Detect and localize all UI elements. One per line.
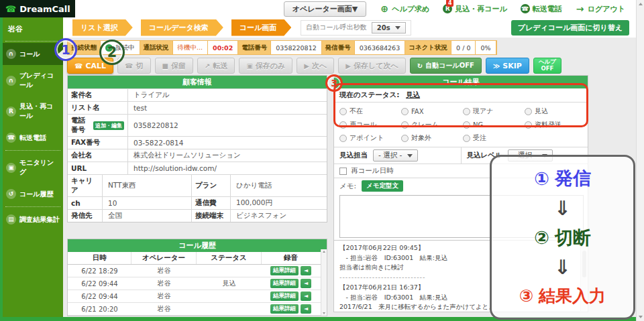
skip-button[interactable]: ≫ SKIP: [486, 58, 529, 74]
help-request-link[interactable]: ⊕ ヘルプ求め: [380, 4, 429, 14]
breadcrumb-list-select[interactable]: リスト選択: [72, 19, 133, 36]
log-line: - 担当:岩谷 ID:63001 結果:見込: [339, 253, 577, 263]
call-button[interactable]: ☎ CALL: [67, 58, 113, 74]
status-radio[interactable]: 資料発送: [525, 120, 582, 129]
connect-status-label: コネクト状況: [405, 41, 451, 54]
prospect-level-select[interactable]: - 選択 -: [508, 149, 553, 162]
sidebar-item-prospect-recall[interactable]: R 見込・再コール: [3, 96, 63, 127]
save-only-button[interactable]: ▣ 保存のみ: [239, 58, 292, 74]
customer-row: リスト名 test: [68, 101, 327, 114]
page-scrollbar[interactable]: [636, 0, 644, 321]
monitor-icon: ▣: [6, 163, 16, 173]
recall-datetime-checkbox[interactable]: [339, 168, 347, 175]
row-value: 03-5822-0814: [128, 137, 327, 149]
status-radio[interactable]: アポイント: [339, 133, 401, 143]
row-label: 接続端末: [192, 210, 231, 222]
scroll-up-icon[interactable]: [639, 3, 643, 5]
switch-to-predictive-button[interactable]: プレディコール画面に切り替え: [511, 20, 629, 36]
call-history-title: コール履歴: [68, 239, 327, 252]
result-detail-button[interactable]: 結果詳細: [270, 266, 299, 275]
hold-button[interactable]: ■ 保留: [155, 58, 193, 74]
history-scrollbar[interactable]: [321, 249, 327, 316]
next-button-label: 次へ: [312, 61, 327, 71]
speaker-icon[interactable]: ◄: [301, 266, 311, 275]
sidebar-item-call[interactable]: ∩ コール: [3, 43, 63, 65]
memo-template-button[interactable]: メモ定型文: [362, 180, 403, 192]
radio-label: アポイント: [350, 133, 384, 143]
help-off-button[interactable]: ヘルプ OFF: [533, 58, 561, 74]
sidebar-item-call-history[interactable]: ↺ コール履歴: [3, 183, 63, 205]
operator-screen-dropdown[interactable]: オペレーター画面▼: [284, 1, 367, 17]
recall-datetime-label: 再コール日時: [351, 166, 394, 176]
status-radio[interactable]: 見込: [525, 107, 582, 116]
save-icon: ▣: [246, 62, 252, 70]
column-datetime: 日時: [68, 252, 131, 264]
status-radio[interactable]: FAX: [401, 107, 463, 116]
hangup-button[interactable]: ☎ 切: [117, 58, 150, 74]
scrollbar-thumb[interactable]: [582, 251, 586, 277]
result-detail-button[interactable]: 結果詳細: [270, 279, 299, 288]
prospect-owner-select[interactable]: - 選択 -: [373, 149, 418, 162]
sidebar-item-predictive-call[interactable]: ∩ プレディコール: [3, 65, 63, 96]
sidebar-item-label: 調査結果集計: [19, 215, 60, 224]
auto-call-off-button[interactable]: ↻ 自動コールOFF: [410, 58, 482, 74]
memo-textarea[interactable]: [339, 195, 584, 238]
auto-call-seconds-select[interactable]: 20s: [372, 22, 406, 34]
radio-icon: [463, 135, 470, 142]
status-radio[interactable]: NG: [463, 120, 525, 129]
history-time: 6/22 09:44: [68, 293, 131, 300]
auto-call-seconds-value: 20s: [377, 24, 390, 31]
scroll-down-icon[interactable]: [323, 312, 325, 314]
customer-row: 案件名 トライアル: [68, 88, 327, 101]
current-status-value[interactable]: 見込: [406, 90, 420, 99]
log-scrollbar[interactable]: [580, 241, 587, 311]
sidebar-divider: [5, 150, 60, 151]
sidebar-item-survey-report[interactable]: ▤ 調査結果集計: [3, 208, 63, 231]
logout-link[interactable]: → ログアウト: [576, 4, 625, 14]
status-radio[interactable]: 対象外: [401, 133, 463, 143]
caller-number-label: 発信番号: [322, 41, 355, 54]
add-edit-button[interactable]: 追加・編集: [93, 121, 124, 130]
sidebar-item-transfer-phone[interactable]: ☎ 転送電話: [3, 127, 63, 149]
status-radio[interactable]: クレーム: [401, 120, 463, 129]
status-radio[interactable]: 再コール: [339, 120, 401, 129]
radio-icon: [525, 108, 532, 115]
sidebar-item-label: 転送電話: [19, 133, 46, 143]
save-and-next-button[interactable]: ▶ 保存して次へ: [338, 58, 405, 74]
history-operator: 岩谷: [131, 292, 197, 301]
prospect-level-cell: 見込レベル - 選択 -: [462, 147, 588, 164]
breadcrumb-call-data-search[interactable]: コールデータ検索: [141, 19, 223, 36]
result-detail-button[interactable]: 結果詳細: [270, 292, 299, 301]
next-button[interactable]: ▶ 次へ: [297, 58, 334, 74]
prospect-recall-link[interactable]: 4 R 見込・再コール: [443, 4, 507, 14]
history-time: 6/22 09:44: [68, 280, 131, 287]
connection-state-value: ✓ 接続中: [101, 41, 140, 54]
transfer-phone-link[interactable]: ☎ 転送電話: [521, 4, 562, 14]
header-controls: オペレーター画面▼ ⊕ ヘルプ求め 4 R 見込・再コール ☎ 転送電話 → ロ…: [284, 1, 636, 17]
sidebar-item-monitoring[interactable]: ▣ モニタリング: [3, 152, 63, 183]
status-radio[interactable]: 現アナ: [463, 107, 525, 116]
speaker-icon[interactable]: ◄: [301, 279, 311, 288]
row-label: プラン: [192, 175, 231, 196]
radio-icon: [339, 135, 347, 142]
call-status-bar: 接続状態 ✓ 接続中 通話状況 待機中... 00:02 電話番号 035822…: [67, 40, 497, 55]
status-radio[interactable]: 受注: [463, 133, 525, 143]
check-circle-icon: ✓: [105, 44, 113, 52]
customer-row: URL http://solution-idw.com/: [68, 162, 327, 174]
log-line: 【2017年06月21日 16:37】: [339, 283, 577, 293]
phone-icon: ☎: [6, 133, 16, 143]
speaker-icon[interactable]: ◄: [301, 304, 311, 314]
save-only-button-label: 保存のみ: [256, 61, 286, 71]
scroll-down-icon[interactable]: [639, 316, 643, 318]
hold-button-label: 保留: [171, 61, 186, 71]
toolbar: リスト選択 コールデータ検索 コール画面 自動コール呼出秒数 20s プレディコ…: [63, 17, 636, 38]
scroll-up-icon[interactable]: [323, 251, 325, 253]
breadcrumb-call-screen[interactable]: コール画面: [231, 19, 292, 36]
customer-row: キャリア NTT東西 プラン ひかり電話: [68, 174, 327, 196]
result-detail-button[interactable]: 結果詳細: [270, 304, 299, 314]
log-line: 2017/6/21 来月に移転するからまた声かけてよと。: [339, 302, 577, 312]
transfer-button[interactable]: ↗ 転送: [197, 58, 235, 74]
speaker-icon[interactable]: ◄: [301, 292, 311, 301]
stop-icon: ■: [162, 62, 168, 70]
status-radio[interactable]: 不在: [339, 107, 401, 116]
